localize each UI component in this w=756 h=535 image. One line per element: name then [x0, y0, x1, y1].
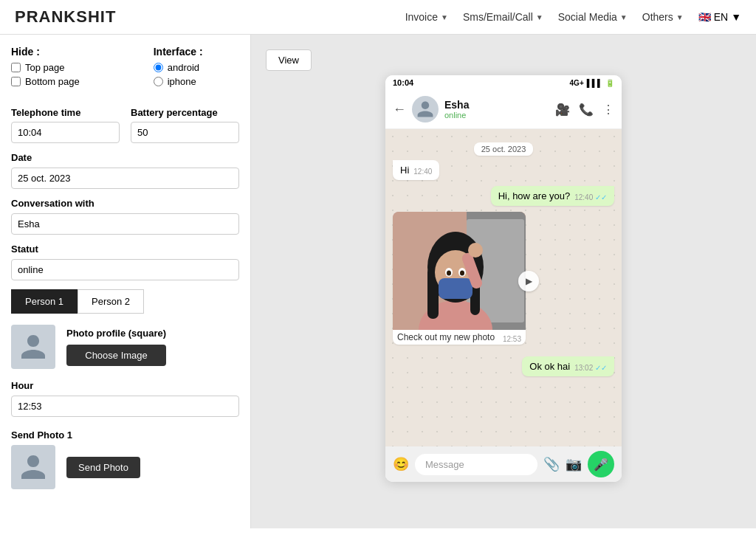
- phone-mockup: 10:04 4G+ ▌▌▌ 🔋 ← Esha online: [385, 75, 622, 482]
- telephone-time-col: Telephone time: [11, 107, 120, 143]
- svg-rect-8: [439, 278, 472, 299]
- send-photo-avatar: [11, 445, 55, 489]
- photo-profile-label: Photo profile (square): [66, 328, 166, 339]
- emoji-icon[interactable]: 😊: [393, 456, 409, 472]
- msg-text-ok: Ok ok hai: [529, 361, 570, 372]
- nav-invoice[interactable]: Invoice ▼: [405, 11, 448, 23]
- hide-label: Hide :: [11, 46, 40, 58]
- photo-svg: [393, 212, 526, 330]
- contact-info: Esha online: [444, 99, 549, 120]
- phone-call-icon[interactable]: 📞: [579, 103, 594, 117]
- hide-interface-row: Hide : Top page Bottom page Interface : …: [11, 46, 239, 101]
- date-badge-text: 25 oct. 2023: [474, 142, 534, 156]
- conversation-label: Conversation with: [11, 198, 239, 209]
- hide-bottom-page-checkbox[interactable]: [11, 77, 21, 86]
- message-ok-ok-hai: Ok ok hai 13:02 ✓✓: [393, 356, 614, 376]
- logo: PRANKSHIT: [15, 7, 116, 27]
- status-time: 10:04: [393, 78, 413, 87]
- send-photo-label: Send Photo 1: [11, 429, 239, 441]
- send-photo-right: Send Photo: [66, 457, 140, 478]
- mic-button[interactable]: 🎤: [588, 451, 614, 477]
- svg-point-12: [460, 271, 464, 276]
- date-input[interactable]: [11, 168, 239, 189]
- right-panel: View 10:04 4G+ ▌▌▌ 🔋 ←: [251, 35, 756, 528]
- telephone-time-input[interactable]: [11, 122, 120, 143]
- message-photo: Check out my new photo 12:53 ▶: [393, 212, 614, 351]
- whatsapp-input-bar: 😊 Message 📎 📷 🎤: [385, 446, 622, 482]
- nav-others-arrow: ▼: [676, 13, 684, 21]
- bubble-sent-hi-how: Hi, how are you? 12:40 ✓✓: [491, 186, 614, 206]
- hide-top-page-label: Top page: [25, 62, 65, 73]
- send-photo-user-icon: [18, 452, 48, 482]
- photo-bubble-container: Check out my new photo 12:53: [393, 212, 526, 345]
- interface-iphone-radio[interactable]: [154, 77, 163, 86]
- nav-others[interactable]: Others ▼: [642, 11, 684, 23]
- more-options-icon[interactable]: ⋮: [602, 103, 614, 117]
- profile-section: Photo profile (square) Choose Image: [11, 325, 239, 369]
- forward-button[interactable]: ▶: [518, 271, 539, 291]
- back-arrow-icon[interactable]: ←: [393, 102, 406, 117]
- time-battery-row: Telephone time Battery percentage: [11, 107, 239, 143]
- send-photo-button[interactable]: Send Photo: [66, 457, 140, 478]
- date-badge: 25 oct. 2023: [393, 142, 614, 154]
- profile-avatar: [11, 325, 55, 369]
- camera-icon[interactable]: 📷: [566, 456, 582, 472]
- tick-ok-icon: ✓✓: [595, 364, 607, 372]
- nav-sms-arrow: ▼: [536, 13, 543, 21]
- svg-point-14: [468, 243, 483, 258]
- hide-top-page-checkbox[interactable]: [11, 63, 21, 72]
- send-photo-avatar-row: Send Photo: [11, 445, 239, 489]
- flag-icon: 🇬🇧: [698, 11, 711, 23]
- interface-android-item: android: [154, 62, 203, 73]
- whatsapp-header: ← Esha online 🎥 📞 ⋮: [385, 90, 622, 129]
- nav-social-arrow: ▼: [620, 13, 628, 21]
- battery-input[interactable]: [131, 122, 239, 143]
- battery-icon: 🔋: [605, 79, 614, 87]
- photo-bubble: Check out my new photo 12:53 ▶: [393, 212, 526, 351]
- nav-sms-email-call[interactable]: Sms/Email/Call ▼: [463, 11, 543, 23]
- telephone-time-label: Telephone time: [11, 107, 120, 118]
- view-button[interactable]: View: [266, 49, 312, 71]
- navbar: Invoice ▼ Sms/Email/Call ▼ Social Media …: [405, 11, 741, 23]
- hour-input[interactable]: [11, 396, 239, 417]
- hour-label: Hour: [11, 380, 239, 391]
- hide-bottom-page-label: Bottom page: [25, 76, 80, 87]
- battery-label: Battery percentage: [131, 107, 239, 118]
- statut-input[interactable]: [11, 259, 239, 280]
- main-layout: Hide : Top page Bottom page Interface : …: [0, 35, 756, 528]
- date-label: Date: [11, 152, 239, 163]
- contact-avatar-icon: [416, 100, 435, 119]
- attachment-icon[interactable]: 📎: [543, 456, 560, 472]
- chat-area: 25 oct. 2023 Hi 12:40 Hi, how are you? 1…: [385, 129, 622, 446]
- contact-status: online: [444, 111, 549, 120]
- conversation-input[interactable]: [11, 213, 239, 235]
- msg-time-hi: 12:40: [413, 168, 432, 176]
- left-panel: Hide : Top page Bottom page Interface : …: [0, 35, 251, 528]
- person-2-tab[interactable]: Person 2: [78, 289, 144, 314]
- contact-avatar: [412, 96, 439, 122]
- message-input-placeholder[interactable]: Message: [415, 454, 537, 475]
- hide-top-page-item: Top page: [11, 62, 80, 73]
- interface-android-radio[interactable]: [154, 63, 163, 72]
- nav-language[interactable]: 🇬🇧 EN ▼: [698, 11, 741, 23]
- contact-name: Esha: [444, 99, 549, 111]
- nav-social-media[interactable]: Social Media ▼: [558, 11, 628, 23]
- interface-android-label: android: [168, 62, 199, 73]
- person-1-tab[interactable]: Person 1: [11, 289, 78, 314]
- video-call-icon[interactable]: 🎥: [555, 103, 570, 117]
- interface-label: Interface :: [154, 46, 203, 58]
- nav-lang-arrow: ▼: [731, 11, 741, 23]
- msg-time-hi-how: 12:40 ✓✓: [574, 193, 607, 201]
- hide-section: Hide : Top page Bottom page: [11, 46, 80, 90]
- status-bar: 10:04 4G+ ▌▌▌ 🔋: [385, 75, 622, 90]
- bubble-sent-ok: Ok ok hai 13:02 ✓✓: [522, 356, 614, 376]
- choose-image-button[interactable]: Choose Image: [66, 345, 166, 366]
- interface-iphone-label: iphone: [168, 76, 196, 87]
- battery-col: Battery percentage: [131, 107, 239, 143]
- photo-caption-text: Check out my new photo: [397, 332, 495, 342]
- status-icons: 4G+ ▌▌▌ 🔋: [570, 79, 614, 87]
- message-hi-how: Hi, how are you? 12:40 ✓✓: [393, 186, 614, 206]
- photo-image: [393, 212, 526, 330]
- interface-iphone-item: iphone: [154, 76, 203, 87]
- whatsapp-header-icons: 🎥 📞 ⋮: [555, 103, 614, 117]
